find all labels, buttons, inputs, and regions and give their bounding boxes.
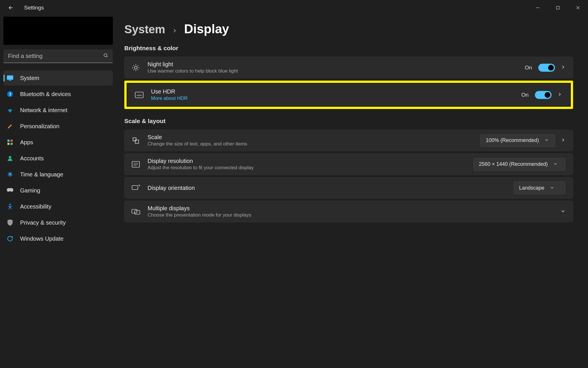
- sidebar-item-label: Windows Update: [20, 235, 63, 242]
- section-heading-scale: Scale & layout: [124, 118, 573, 124]
- setting-title: Scale: [148, 134, 247, 141]
- setting-card-multiple-displays[interactable]: Multiple displays Choose the presentatio…: [124, 201, 573, 222]
- toggle-state-label: On: [521, 92, 529, 98]
- account-panel[interactable]: [3, 17, 113, 45]
- svg-line-21: [134, 65, 134, 66]
- svg-point-16: [134, 66, 137, 69]
- setting-title: Night light: [148, 61, 238, 68]
- setting-subtitle: Use warmer colors to help block blue lig…: [148, 68, 238, 74]
- sidebar-item-label: Apps: [20, 139, 33, 146]
- orientation-select[interactable]: Landscape: [514, 182, 565, 194]
- resolution-icon: [131, 159, 141, 169]
- sidebar-item-gaming[interactable]: Gaming: [3, 183, 113, 198]
- svg-line-5: [107, 56, 107, 57]
- sidebar-item-accounts[interactable]: Accounts: [3, 151, 113, 166]
- app-title: Settings: [24, 5, 44, 11]
- person-icon: [6, 155, 14, 162]
- svg-point-13: [9, 156, 11, 159]
- svg-line-22: [138, 69, 138, 70]
- multiple-displays-icon: [131, 207, 141, 217]
- search-icon: [103, 53, 108, 59]
- night-light-toggle[interactable]: [538, 64, 555, 72]
- svg-line-23: [134, 69, 134, 70]
- update-icon: [6, 235, 14, 242]
- toggle-state-label: On: [525, 65, 532, 71]
- highlight-hdr: HDR Use HDR More about HDR On: [124, 81, 573, 109]
- svg-point-8: [7, 91, 13, 97]
- gamepad-icon: [6, 187, 14, 194]
- sidebar-item-accessibility[interactable]: Accessibility: [3, 199, 113, 214]
- setting-title: Display resolution: [148, 158, 254, 164]
- sidebar-item-time-language[interactable]: Time & language: [3, 167, 113, 182]
- setting-card-hdr[interactable]: HDR Use HDR More about HDR On: [128, 84, 570, 106]
- maximize-button[interactable]: [548, 0, 568, 15]
- wifi-icon: [6, 106, 14, 114]
- search-input[interactable]: [8, 53, 103, 59]
- sidebar-item-privacy[interactable]: Privacy & security: [3, 215, 113, 230]
- setting-subtitle: Adjust the resolution to fit your connec…: [148, 165, 254, 171]
- chevron-down-icon: [554, 161, 558, 167]
- section-heading-brightness: Brightness & color: [124, 45, 573, 52]
- sidebar-item-label: System: [20, 75, 39, 81]
- svg-rect-28: [135, 140, 139, 143]
- chevron-down-icon: [561, 209, 565, 215]
- svg-rect-10: [11, 140, 13, 142]
- chevron-right-icon: [172, 26, 177, 35]
- sidebar-item-personalization[interactable]: Personalization: [3, 119, 113, 134]
- scale-select[interactable]: 100% (Recommended): [480, 134, 555, 147]
- svg-rect-6: [7, 75, 13, 80]
- minimize-button[interactable]: [528, 0, 548, 15]
- search-field[interactable]: [3, 49, 113, 63]
- svg-rect-7: [9, 80, 11, 81]
- bluetooth-icon: [6, 90, 14, 98]
- breadcrumb-parent[interactable]: System: [124, 23, 165, 36]
- chevron-right-icon: [557, 92, 562, 98]
- hdr-more-link[interactable]: More about HDR: [151, 96, 188, 101]
- sidebar-item-label: Time & language: [20, 171, 63, 178]
- sidebar-item-network[interactable]: Network & internet: [3, 103, 113, 118]
- setting-card-resolution[interactable]: Display resolution Adjust the resolution…: [124, 153, 573, 175]
- select-value: Landscape: [519, 185, 544, 191]
- clock-globe-icon: [6, 171, 14, 178]
- select-value: 100% (Recommended): [486, 137, 539, 143]
- chevron-down-icon: [550, 185, 554, 191]
- svg-rect-12: [11, 143, 13, 145]
- sidebar: System Bluetooth & devices Network & int…: [0, 15, 116, 368]
- sidebar-item-apps[interactable]: Apps: [3, 135, 113, 150]
- page-title: Display: [184, 22, 229, 36]
- setting-card-orientation[interactable]: Display orientation Landscape: [124, 177, 573, 198]
- sidebar-item-label: Privacy & security: [20, 219, 66, 226]
- breadcrumb: System Display: [124, 22, 573, 36]
- shield-icon: [6, 219, 14, 226]
- sidebar-item-label: Personalization: [20, 123, 59, 130]
- select-value: 2560 × 1440 (Recommended): [479, 161, 548, 167]
- paintbrush-icon: [6, 122, 14, 130]
- svg-rect-32: [135, 211, 140, 214]
- svg-rect-27: [133, 138, 136, 141]
- chevron-right-icon: [561, 65, 565, 71]
- close-button[interactable]: [568, 0, 588, 15]
- setting-title: Multiple displays: [148, 205, 251, 212]
- sidebar-item-system[interactable]: System: [3, 71, 113, 85]
- display-icon: [6, 74, 14, 82]
- back-button[interactable]: [6, 3, 16, 12]
- setting-card-night-light[interactable]: Night light Use warmer colors to help bl…: [124, 57, 573, 78]
- sidebar-item-bluetooth[interactable]: Bluetooth & devices: [3, 87, 113, 102]
- orientation-icon: [131, 183, 141, 193]
- sidebar-item-label: Gaming: [20, 187, 40, 194]
- apps-icon: [6, 139, 14, 146]
- sidebar-item-label: Accessibility: [20, 203, 51, 210]
- chevron-down-icon: [545, 137, 549, 143]
- setting-card-scale[interactable]: Scale Change the size of text, apps, and…: [124, 130, 573, 151]
- svg-text:HDR: HDR: [137, 94, 142, 97]
- sidebar-item-label: Bluetooth & devices: [20, 91, 71, 98]
- sidebar-item-update[interactable]: Windows Update: [3, 231, 113, 246]
- svg-point-15: [9, 204, 11, 205]
- scale-icon: [131, 136, 141, 145]
- hdr-toggle[interactable]: [535, 91, 552, 99]
- resolution-select[interactable]: 2560 × 1440 (Recommended): [473, 158, 565, 171]
- svg-line-24: [138, 65, 138, 66]
- sidebar-item-label: Network & internet: [20, 107, 67, 114]
- svg-rect-1: [556, 6, 559, 9]
- setting-subtitle: Change the size of text, apps, and other…: [148, 141, 247, 147]
